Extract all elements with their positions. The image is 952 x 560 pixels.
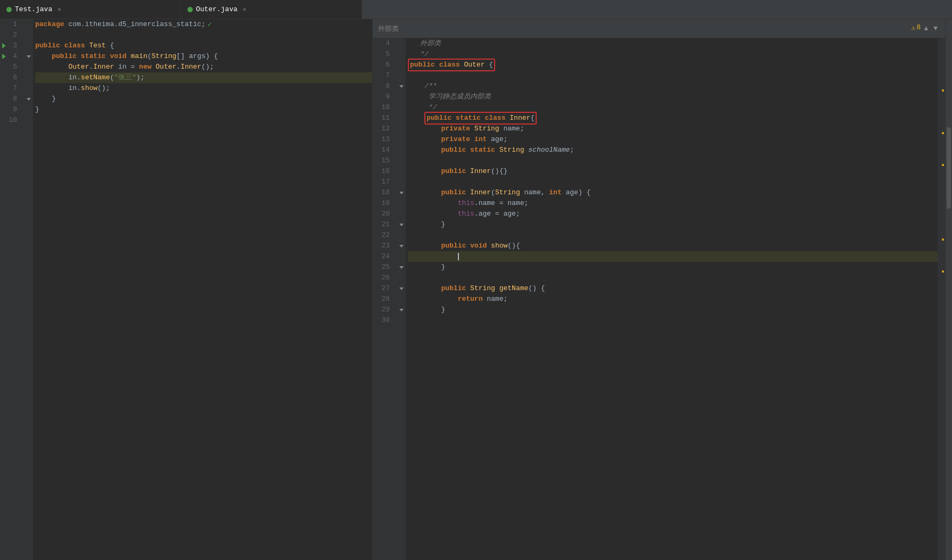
line-num-10: 10 (0, 115, 20, 126)
rln-7: 7 (373, 70, 393, 81)
rln-23: 23 (373, 241, 393, 251)
rln-11: 11 (373, 113, 393, 123)
fold-arrow-r27[interactable] (399, 287, 404, 290)
rg-23 (397, 241, 406, 251)
code-line-2 (35, 30, 372, 40)
rln-20: 20 (373, 209, 393, 219)
right-editor-pane: 外部类 ⚠ 8 ▲ ▼ 4 5 6 7 8 9 10 11 12 13 14 (373, 19, 946, 560)
warning-icon: ⚠ (912, 23, 916, 34)
rg-24 (397, 251, 406, 262)
rg-22 (397, 230, 406, 241)
line-num-4: 4 (0, 51, 20, 62)
marker-line6 (942, 89, 944, 92)
rg-20 (397, 209, 406, 219)
rln-29: 29 (373, 304, 393, 315)
scrollbar-thumb (947, 127, 951, 208)
gutter-2 (24, 30, 33, 40)
left-line-numbers: 1 2 3 4 5 6 7 8 9 10 (0, 19, 24, 560)
rg-29 (397, 304, 406, 315)
rln-22: 22 (373, 230, 393, 241)
check-mark-1: ✓ (206, 19, 212, 30)
gutter-9 (24, 104, 33, 115)
rln-25: 25 (373, 262, 393, 273)
rcode-8: /** (408, 81, 938, 92)
tab-label-right: Outer.java (196, 5, 237, 13)
right-editor-header: 外部类 ⚠ 8 ▲ ▼ (373, 19, 945, 38)
rg-21 (397, 219, 406, 230)
right-scrollbar[interactable] (946, 19, 952, 560)
rcode-19: this.name = name; (408, 198, 938, 209)
rln-15: 15 (373, 155, 393, 166)
tab-test-java[interactable]: Test.java ✕ (0, 0, 181, 19)
code-line-3: public class Test { (35, 40, 372, 51)
rcode-22 (408, 230, 938, 241)
fold-arrow-r25[interactable] (399, 266, 404, 269)
rg-18 (397, 187, 406, 198)
rcode-24 (408, 251, 938, 262)
fold-arrow-r21[interactable] (399, 224, 404, 226)
text-cursor (458, 253, 459, 260)
gutter-5 (24, 62, 33, 72)
fold-arrow-4[interactable] (27, 55, 31, 58)
gutter-8 (24, 94, 33, 104)
gutter-1 (24, 19, 33, 30)
tab-outer-java[interactable]: Outer.java ✕ (181, 0, 362, 19)
rcode-30 (408, 315, 938, 326)
tab-close-button-right[interactable]: ✕ (241, 6, 248, 13)
nav-down-arrow[interactable]: ▼ (931, 23, 940, 34)
rcode-21: } (408, 219, 938, 230)
rln-4: 4 (373, 38, 393, 49)
tab-modified-indicator-right (187, 7, 193, 12)
line-num-7: 7 (0, 83, 20, 94)
code-line-6: in.setName("张三"); (35, 72, 372, 83)
inner-class-declaration: public static class Inner{ (424, 112, 537, 125)
rg-30 (397, 315, 406, 326)
rln-16: 16 (373, 166, 393, 177)
fold-arrow-r23[interactable] (399, 245, 404, 248)
fold-arrow-r29[interactable] (399, 309, 404, 311)
tab-modified-indicator (6, 7, 12, 12)
rln-19: 19 (373, 198, 393, 209)
rg-9 (397, 92, 406, 102)
rcode-16: public Inner(){} (408, 166, 938, 177)
marker-line10 (942, 132, 944, 134)
rcode-20: this.age = age; (408, 209, 938, 219)
rln-24: 24 (373, 251, 393, 262)
gutter-7 (24, 83, 33, 94)
rcode-18: public Inner(String name, int age) { (408, 187, 938, 198)
marker-line20 (942, 238, 944, 241)
rcode-14: public static String schoolName; (408, 145, 938, 155)
rln-12: 12 (373, 123, 393, 134)
left-code-area[interactable]: package com.itheima.d5_innerclass_static… (33, 19, 372, 560)
rln-10: 10 (373, 102, 393, 113)
rln-28: 28 (373, 294, 393, 304)
nav-up-arrow[interactable]: ▲ (922, 23, 930, 34)
gutter-10 (24, 115, 33, 126)
rcode-23: public void show(){ (408, 241, 938, 251)
fold-arrow-8[interactable] (27, 98, 31, 101)
left-editor-pane: 1 2 3 4 5 6 7 8 9 10 (0, 19, 373, 560)
rln-30: 30 (373, 315, 393, 326)
rcode-4: 外部类 (408, 38, 938, 49)
tab-close-button[interactable]: ✕ (55, 6, 63, 13)
rg-28 (397, 294, 406, 304)
rcode-28: return name; (408, 294, 938, 304)
right-code-area[interactable]: 外部类 */ public class Outer { /** (406, 38, 938, 560)
fold-arrow-r18[interactable] (399, 192, 404, 194)
fold-arrow-r8[interactable] (399, 85, 404, 88)
marker-line13 (942, 164, 944, 166)
tab-label: Test.java (15, 5, 52, 13)
rcode-25: } (408, 262, 938, 273)
gutter-6 (24, 72, 33, 83)
rcode-27: public String getName() { (408, 283, 938, 294)
rg-8 (397, 81, 406, 92)
right-gutter (397, 38, 406, 560)
rln-18: 18 (373, 187, 393, 198)
line-num-5: 5 (0, 62, 20, 72)
rln-26: 26 (373, 273, 393, 283)
code-line-8: } (35, 94, 372, 104)
rcode-15 (408, 155, 938, 166)
rcode-11: public static class Inner{ (408, 113, 938, 123)
code-line-7: in.show(); (35, 83, 372, 94)
left-gutter (24, 19, 33, 560)
